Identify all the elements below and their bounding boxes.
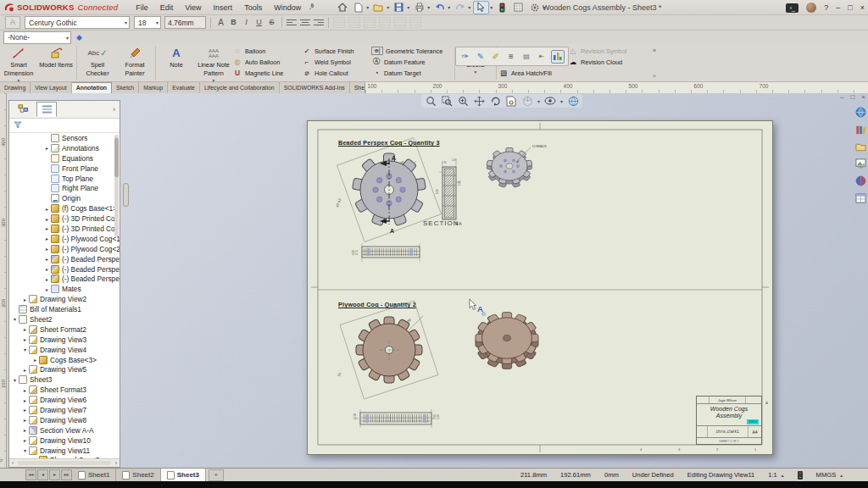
command-tab[interactable]: Sketch bbox=[112, 82, 139, 93]
new-document-caret-icon[interactable]: ▾ bbox=[366, 4, 369, 10]
markup-snap-icon[interactable]: ⇤ bbox=[536, 51, 548, 63]
number-list-icon[interactable] bbox=[348, 17, 360, 28]
home-button[interactable] bbox=[335, 2, 349, 14]
area-hatch-fill-button[interactable]: ▨Area Hatch/Fill bbox=[498, 69, 568, 77]
font-style-button[interactable]: I bbox=[241, 17, 252, 28]
options-gear-button[interactable] bbox=[527, 2, 542, 14]
scroll-left-icon[interactable]: ‹ bbox=[9, 460, 16, 466]
tree-item[interactable]: Drawing View8 bbox=[9, 415, 120, 425]
tree-expand-arrow-icon[interactable] bbox=[21, 437, 29, 443]
tree-expand-arrow-icon[interactable] bbox=[43, 206, 51, 212]
command-tab[interactable]: SOLIDWORKS Add-Ins bbox=[280, 82, 350, 93]
tree-item[interactable]: Right Plane bbox=[9, 183, 120, 193]
markup-eraser-icon[interactable]: ✎ bbox=[475, 51, 487, 63]
indent-decrease-icon[interactable] bbox=[379, 17, 391, 28]
pin-toolbar-icon[interactable] bbox=[309, 3, 316, 12]
tree-item[interactable]: Equations bbox=[9, 153, 120, 164]
revision-symbol-button[interactable]: △Revision Symbol bbox=[568, 47, 649, 55]
panel-splitter-handle[interactable] bbox=[123, 183, 129, 207]
scale-caret-icon[interactable]: ▴ bbox=[782, 473, 784, 478]
tree-expand-arrow-icon[interactable] bbox=[21, 336, 29, 342]
view-settings-globe-icon[interactable] bbox=[567, 95, 579, 107]
markup-pen-icon[interactable]: ✐ bbox=[490, 51, 502, 63]
align-right-icon[interactable] bbox=[314, 18, 324, 27]
tree-expand-arrow-icon[interactable] bbox=[43, 145, 51, 151]
save-caret-icon[interactable]: ▾ bbox=[407, 4, 409, 10]
tree-item[interactable]: Drawing View4 bbox=[9, 345, 120, 355]
tree-item[interactable]: Sensors bbox=[9, 133, 120, 143]
tree-item[interactable]: (f) Cogs Base<1> bbox=[9, 203, 120, 214]
tree-item[interactable]: Sheet Format2 bbox=[9, 324, 120, 335]
status-sheet-scale[interactable]: 1:1 bbox=[768, 471, 777, 479]
selected-note[interactable]: DWG bbox=[747, 419, 759, 424]
tree-item[interactable]: Annotations bbox=[9, 143, 120, 153]
tree-item[interactable]: Section View A-A bbox=[9, 425, 120, 435]
font-style-button[interactable]: B bbox=[228, 17, 239, 28]
open-button[interactable] bbox=[371, 2, 386, 14]
tree-item[interactable]: Drawing View3 bbox=[9, 335, 120, 345]
restore-button[interactable]: □ bbox=[848, 3, 852, 12]
tree-item[interactable]: (-) Plywood Cog<2 bbox=[9, 244, 120, 254]
next-sheet-button[interactable]: ▸ bbox=[49, 469, 60, 480]
menu-item[interactable]: Insert bbox=[208, 0, 239, 15]
tree-item[interactable]: Front Plane bbox=[9, 164, 120, 174]
tree-expand-arrow-icon[interactable] bbox=[21, 417, 29, 423]
tree-vertical-scrollbar[interactable] bbox=[114, 135, 119, 236]
print-button[interactable] bbox=[412, 2, 426, 14]
drawing-view-beaded-iso[interactable]: 10 BEADS bbox=[487, 145, 547, 188]
format-painter-button[interactable]: Format Painter bbox=[116, 44, 153, 77]
tree-expand-arrow-icon[interactable] bbox=[21, 407, 29, 413]
tree-item[interactable]: Top Plane bbox=[9, 174, 120, 184]
select-tool-caret-icon[interactable]: ▾ bbox=[490, 4, 492, 10]
tree-item[interactable]: Drawing View7 bbox=[9, 405, 120, 415]
drawing-sheet[interactable]: 4 3 2 1 A 47.63 Ø10.00 bbox=[307, 120, 773, 455]
appearances-icon[interactable] bbox=[855, 175, 866, 188]
command-tab[interactable]: Lifecycle and Collaboration bbox=[200, 82, 280, 93]
tree-expand-arrow-icon[interactable] bbox=[43, 266, 51, 272]
first-sheet-button[interactable]: ◂◂ bbox=[25, 469, 36, 480]
tree-item[interactable]: (-) Beaded Perspe bbox=[9, 264, 120, 274]
print-caret-icon[interactable]: ▾ bbox=[427, 4, 430, 10]
markup-chart-icon[interactable] bbox=[551, 50, 565, 64]
tree-item[interactable]: Sheet2 bbox=[9, 314, 120, 324]
font-name-combo[interactable]: Century Gothic bbox=[25, 16, 130, 29]
font-style-button[interactable]: A bbox=[215, 17, 226, 28]
tree-expand-arrow-icon[interactable] bbox=[43, 276, 51, 282]
text-height-field[interactable]: 4.76mm bbox=[164, 16, 206, 29]
tree-item[interactable]: (-) Beaded Perspe bbox=[9, 254, 120, 264]
expand-panel-icon[interactable]: › bbox=[113, 105, 115, 114]
command-tab[interactable]: Markup bbox=[139, 82, 168, 93]
surface-finish-button[interactable]: ✓Surface Finish bbox=[302, 47, 371, 55]
command-tab[interactable]: View Layout bbox=[31, 82, 71, 93]
ribbon-collapse-icon[interactable]: ^ bbox=[649, 74, 659, 80]
line-spacing-icon[interactable] bbox=[409, 17, 421, 28]
custom-properties-icon[interactable] bbox=[855, 193, 866, 205]
layer-properties-icon[interactable]: ◆ bbox=[76, 33, 82, 42]
bullet-list-icon[interactable] bbox=[364, 17, 376, 28]
blocks-caret-icon[interactable]: ▾ bbox=[457, 69, 494, 75]
tree-expand-arrow-icon[interactable] bbox=[21, 367, 29, 373]
geometric-tolerance-button[interactable]: ⊕|Geometric Tolerance bbox=[371, 47, 453, 55]
datum-target-button[interactable]: ◔Datum Target bbox=[371, 69, 453, 77]
tree-item[interactable]: Drawing View6 bbox=[9, 395, 120, 405]
command-tab[interactable]: Annotation bbox=[72, 82, 112, 93]
tree-item[interactable]: Drawing View10 bbox=[9, 435, 120, 446]
zoom-to-area-icon[interactable] bbox=[441, 95, 453, 107]
display-style-icon[interactable] bbox=[521, 95, 533, 107]
tree-expand-arrow-icon[interactable] bbox=[11, 316, 19, 322]
revision-cloud-button[interactable]: ☁Revision Cloud bbox=[568, 58, 649, 66]
tree-expand-arrow-icon[interactable] bbox=[43, 225, 51, 231]
weld-symbol-button[interactable]: ⌐Weld Symbol bbox=[302, 58, 371, 66]
hole-callout-button[interactable]: ⌀Hole Callout bbox=[302, 69, 371, 77]
drawing-view-beaded-side[interactable]: 4.76 6.00 bbox=[352, 243, 420, 262]
datum-feature-button[interactable]: ⒶDatum Feature bbox=[371, 58, 453, 66]
tree-item[interactable]: Mates bbox=[9, 284, 120, 294]
3dexperience-console-icon[interactable]: ›_ bbox=[786, 3, 798, 13]
last-sheet-button[interactable]: ▸▸ bbox=[61, 469, 72, 480]
indent-increase-icon[interactable] bbox=[394, 17, 406, 28]
hide-show-caret-icon[interactable]: ▾ bbox=[560, 98, 563, 104]
sheet-tab-1[interactable]: Sheet1 bbox=[72, 469, 116, 481]
tree-expand-arrow-icon[interactable] bbox=[31, 357, 39, 363]
tree-item[interactable]: (-) Beaded Perspe bbox=[9, 274, 120, 284]
zoom-in-out-icon[interactable] bbox=[457, 95, 469, 107]
